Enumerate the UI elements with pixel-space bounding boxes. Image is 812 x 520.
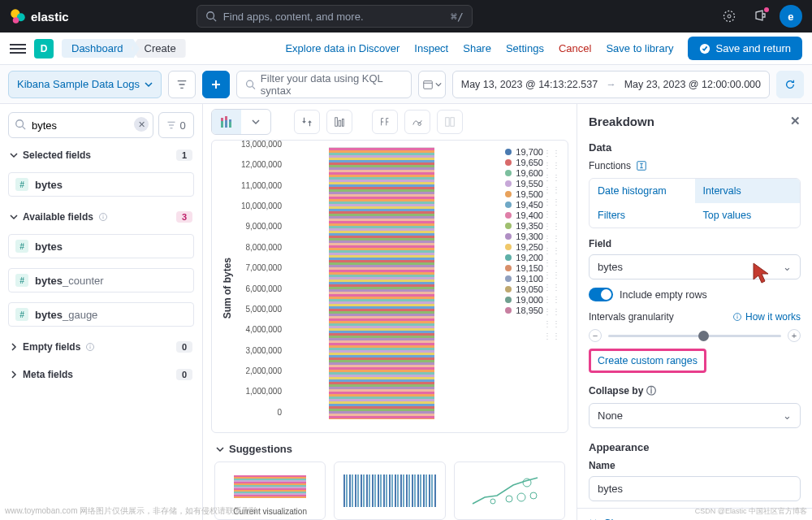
app-badge[interactable]: D: [34, 39, 54, 58]
breadcrumb: Dashboard Create: [62, 39, 186, 58]
slider-track: [608, 335, 781, 337]
chevron-down-icon: [216, 445, 224, 453]
brand-logo[interactable]: elastic: [10, 8, 69, 24]
legend-drag-handles[interactable]: ⋮⋮⋮⋮⋮⋮⋮⋮⋮⋮⋮⋮⋮⋮⋮⋮⋮⋮⋮⋮⋮⋮⋮⋮⋮⋮⋮⋮⋮⋮⋮⋮: [543, 144, 555, 432]
global-search-placeholder: Find apps, content, and more.: [223, 11, 364, 23]
granularity-label: Intervals granularity: [589, 311, 674, 323]
date-from: May 13, 2023 @ 14:13:22.537: [461, 79, 598, 90]
main: ✕ 0 Selected fields 1 #bytes Available f…: [0, 104, 812, 520]
svg-rect-27: [339, 120, 341, 126]
chevron-down-icon: ⌄: [783, 261, 792, 273]
svg-point-6: [728, 15, 731, 18]
add-filter-button[interactable]: [202, 71, 230, 98]
kql-input[interactable]: Filter your data using KQL syntax: [236, 71, 412, 98]
filter-menu-button[interactable]: [168, 71, 196, 98]
toolbar-option-5: [437, 110, 463, 134]
close-panel-icon[interactable]: ✕: [790, 114, 801, 128]
global-search[interactable]: Find apps, content, and more. ⌘/: [197, 5, 473, 28]
settings-link[interactable]: Settings: [506, 42, 544, 54]
field-item[interactable]: #bytes: [8, 234, 194, 258]
func-filters[interactable]: Filters: [590, 203, 695, 228]
chart-type-picker[interactable]: [211, 109, 271, 135]
toolbar-option-2[interactable]: [326, 110, 352, 134]
inspect-link[interactable]: Inspect: [414, 42, 448, 54]
nav-toggle-icon[interactable]: [10, 41, 26, 57]
field-item[interactable]: #bytes_gauge: [8, 302, 194, 327]
breadcrumb-dashboard[interactable]: Dashboard: [62, 39, 133, 58]
date-range-picker[interactable]: May 13, 2023 @ 14:13:22.537 → May 23, 20…: [452, 71, 770, 98]
field-name: bytes: [35, 179, 63, 191]
chevron-down-icon: [145, 80, 153, 89]
toolbar-option-1[interactable]: [294, 110, 320, 134]
suggestions-header[interactable]: Suggestions: [203, 440, 577, 458]
available-fields-header[interactable]: Available fields 3: [8, 206, 194, 228]
visualization-canvas: Sum of bytes 13,000,00012,000,00011,000,…: [203, 104, 577, 520]
toolbar-option-4[interactable]: [404, 110, 430, 134]
slider-thumb[interactable]: [698, 331, 709, 341]
stacked-bar: [329, 147, 434, 419]
appbar-actions: Explore data in Discover Inspect Share S…: [285, 37, 802, 60]
name-input[interactable]: bytes: [589, 476, 801, 501]
panel-title: Breakdown: [589, 115, 654, 128]
filter-icon: [166, 120, 176, 130]
svg-point-12: [16, 120, 24, 128]
svg-point-33: [506, 496, 512, 502]
field-filter-button[interactable]: 0: [158, 112, 194, 138]
dataview-picker[interactable]: Kibana Sample Data Logs: [8, 71, 162, 98]
calendar-button[interactable]: [418, 71, 446, 98]
slider-plus-icon[interactable]: +: [788, 329, 801, 342]
granularity-slider[interactable]: − +: [589, 329, 801, 342]
selected-fields-header[interactable]: Selected fields 1: [8, 145, 194, 166]
explore-discover-link[interactable]: Explore data in Discover: [285, 42, 400, 54]
field-filter-count: 0: [179, 119, 185, 132]
empty-fields-header[interactable]: Empty fields 0: [8, 336, 194, 358]
brand-name: elastic: [31, 10, 69, 24]
field-select-value: bytes: [598, 261, 623, 273]
save-return-button[interactable]: Save and return: [688, 37, 802, 60]
slider-minus-icon[interactable]: −: [589, 329, 602, 342]
empty-fields-count: 0: [176, 341, 192, 353]
save-library-link[interactable]: Save to library: [606, 42, 673, 54]
number-type-icon: #: [15, 308, 28, 321]
share-link[interactable]: Share: [463, 42, 491, 54]
svg-line-13: [23, 127, 26, 130]
field-search-input[interactable]: [8, 112, 153, 138]
chevron-right-icon: [10, 343, 18, 351]
refresh-button[interactable]: [776, 71, 804, 98]
clear-search-icon[interactable]: ✕: [134, 117, 149, 132]
func-intervals[interactable]: Intervals: [695, 179, 801, 203]
formula-icon[interactable]: [636, 160, 647, 171]
collapse-by-select[interactable]: None ⌄: [589, 403, 801, 428]
meta-fields-header[interactable]: Meta fields 0: [8, 364, 194, 385]
functions-label: Functions: [589, 160, 631, 171]
cancel-link[interactable]: Cancel: [559, 42, 591, 54]
field-item[interactable]: #bytes_counter: [8, 268, 194, 292]
svg-point-2: [13, 17, 19, 24]
func-date-histogram[interactable]: Date histogram: [590, 179, 695, 203]
chart-plot-area[interactable]: [285, 144, 478, 432]
create-custom-ranges-link[interactable]: Create custom ranges: [589, 349, 706, 373]
suggestion-scatter[interactable]: [454, 462, 565, 520]
close-action[interactable]: ✕ Close: [589, 517, 630, 520]
how-it-works-link[interactable]: How it works: [732, 311, 801, 323]
functions-grid: Date histogram Intervals Filters Top val…: [589, 178, 801, 228]
field-item[interactable]: #bytes: [8, 172, 194, 197]
field-label: Field: [589, 238, 801, 249]
app-bar: D Dashboard Create Explore data in Disco…: [0, 32, 812, 65]
help-icon[interactable]: [718, 5, 741, 28]
appearance-section: Appearance Name bytes: [577, 435, 812, 508]
svg-point-35: [530, 492, 537, 499]
watermark: www.toymoban.com 网络图片仅供展示，非存储，如有侵权请联系删除。: [5, 505, 266, 517]
svg-rect-10: [424, 80, 433, 89]
user-avatar[interactable]: e: [780, 5, 802, 28]
newsfeed-icon[interactable]: [749, 5, 771, 28]
include-empty-toggle[interactable]: [589, 288, 613, 301]
toolbar-option-3[interactable]: [372, 110, 398, 134]
chevron-down-icon: [10, 213, 18, 221]
field-select[interactable]: bytes ⌄: [589, 254, 801, 280]
data-section-title: Data: [589, 141, 801, 154]
watermark-right: CSDN @Elastic 中国社区官方博客: [695, 506, 807, 517]
suggestion-barcode[interactable]: [334, 462, 445, 520]
meta-fields-label: Meta fields: [23, 369, 73, 380]
func-top-values[interactable]: Top values: [695, 203, 801, 228]
